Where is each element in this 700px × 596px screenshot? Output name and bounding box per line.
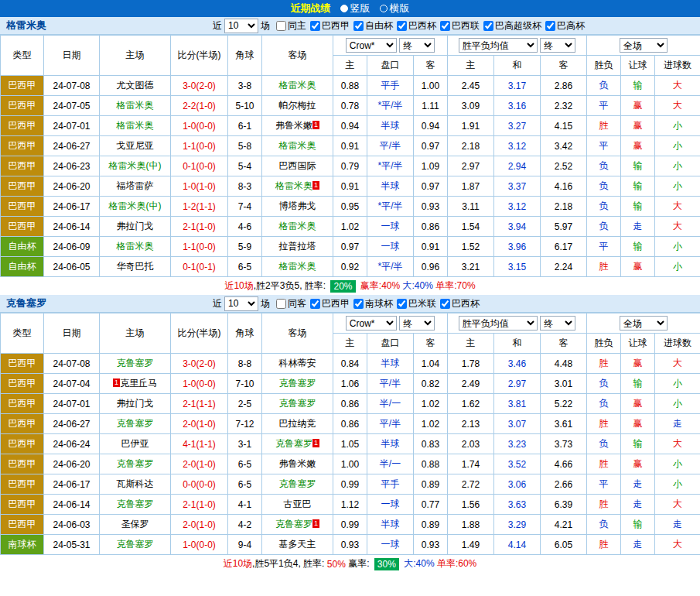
home-team-cell[interactable]: 格雷米奥(中) — [100, 197, 171, 217]
league-checkbox-input[interactable] — [353, 299, 364, 309]
score-cell[interactable]: 1-1(0-0) — [171, 237, 228, 257]
home-team-cell[interactable]: 格雷米奥 — [100, 237, 171, 257]
score-cell[interactable]: 2-1(1-0) — [171, 495, 228, 515]
score-cell[interactable]: 1-0(0-0) — [171, 535, 228, 555]
europe-avg-select[interactable]: 胜平负均值 — [459, 38, 538, 53]
team-link[interactable]: 弗鲁米嫩 — [279, 458, 316, 469]
league-checkbox-input[interactable] — [483, 21, 493, 31]
team-link[interactable]: 华奇巴托 — [117, 261, 154, 272]
away-team-cell[interactable]: 弗鲁米嫩1 — [262, 116, 333, 136]
team-link[interactable]: 格雷米奥 — [117, 100, 154, 111]
team-link[interactable]: 格雷米奥 — [279, 80, 316, 91]
away-team-cell[interactable]: 克鲁塞罗 — [262, 394, 333, 414]
team-link[interactable]: 格雷米奥(中) — [109, 200, 162, 211]
home-team-cell[interactable]: 弗拉门戈 — [100, 394, 171, 414]
away-team-cell[interactable]: 克鲁塞罗 — [262, 374, 333, 394]
team-link[interactable]: 克鲁塞罗 — [117, 498, 154, 509]
away-team-cell[interactable]: 博塔弗戈 — [262, 197, 333, 217]
team-link[interactable]: 帕尔梅拉 — [279, 100, 316, 111]
league-checkbox[interactable]: 南球杯 — [353, 297, 393, 310]
league-checkbox[interactable]: 自由杯 — [353, 19, 393, 33]
full-match-select[interactable]: 全场 — [620, 316, 668, 331]
home-team-cell[interactable]: 1克里丘马 — [100, 374, 171, 394]
team-link[interactable]: 克鲁塞罗 — [279, 398, 316, 409]
home-team-cell[interactable]: 格雷米奥 — [100, 96, 171, 116]
league-checkbox[interactable]: 巴西联 — [440, 19, 480, 33]
away-team-cell[interactable]: 基多天主 — [262, 535, 333, 555]
odds-company-select[interactable]: Crow* — [346, 316, 397, 331]
home-team-cell[interactable]: 克鲁塞罗 — [100, 495, 171, 515]
league-checkbox[interactable]: 巴米联 — [397, 297, 436, 310]
team-link[interactable]: 弗拉门戈 — [117, 221, 154, 231]
away-team-cell[interactable]: 巴西国际 — [262, 156, 333, 176]
same-venue-checkbox[interactable]: 同客 — [276, 297, 306, 310]
league-checkbox-input[interactable] — [397, 299, 407, 309]
odds-company-select[interactable]: Crow* — [346, 38, 397, 53]
home-team-cell[interactable]: 克鲁塞罗 — [100, 354, 171, 374]
team-link[interactable]: 格雷米奥 — [279, 261, 316, 272]
away-team-cell[interactable]: 格雷米奥 — [262, 136, 333, 156]
team-link[interactable]: 拉普拉塔 — [279, 241, 316, 252]
team-link[interactable]: 克鲁塞罗 — [275, 438, 312, 449]
away-team-cell[interactable]: 古亚巴 — [262, 495, 333, 515]
radio-horizontal-layout[interactable]: 横版 — [380, 2, 410, 15]
away-team-cell[interactable]: 克鲁塞罗1 — [262, 515, 333, 535]
league-checkbox-input[interactable] — [397, 21, 407, 31]
team-link[interactable]: 尤文图德 — [117, 80, 154, 91]
score-cell[interactable]: 1-0(0-0) — [171, 116, 228, 136]
league-checkbox[interactable]: 巴高杯 — [545, 19, 585, 33]
away-team-cell[interactable]: 巴拉纳竞 — [262, 414, 333, 434]
score-cell[interactable]: 1-2(1-1) — [171, 197, 228, 217]
team-link[interactable]: 科林蒂安 — [279, 358, 316, 368]
team-link[interactable]: 圣保罗 — [121, 519, 149, 529]
league-checkbox-input[interactable] — [440, 299, 450, 309]
team-link[interactable]: 弗拉门戈 — [117, 398, 154, 409]
team-link[interactable]: 古亚巴 — [284, 498, 312, 509]
team-link[interactable]: 克鲁塞罗 — [279, 378, 316, 389]
team-link[interactable]: 克鲁塞罗 — [275, 519, 312, 529]
home-team-cell[interactable]: 福塔雷萨 — [100, 176, 171, 197]
match-count-select[interactable]: 10 — [224, 19, 258, 33]
league-checkbox[interactable]: 巴西杯 — [397, 19, 436, 33]
team-link[interactable]: 巴拉纳竞 — [279, 418, 316, 429]
score-cell[interactable]: 1-1(0-0) — [171, 136, 228, 156]
home-team-cell[interactable]: 瓦斯科达 — [100, 474, 171, 495]
same-venue-checkbox[interactable]: 同主 — [276, 19, 306, 33]
team-link[interactable]: 格雷米奥(中) — [109, 160, 162, 171]
score-cell[interactable]: 1-0(1-0) — [171, 176, 228, 197]
team-link[interactable]: 克鲁塞罗 — [117, 358, 154, 368]
score-cell[interactable]: 0-1(0-1) — [171, 257, 228, 277]
league-checkbox[interactable]: 巴西甲 — [310, 19, 350, 33]
away-team-cell[interactable]: 科林蒂安 — [262, 354, 333, 374]
away-team-cell[interactable]: 拉普拉塔 — [262, 237, 333, 257]
home-team-cell[interactable]: 华奇巴托 — [100, 257, 171, 277]
away-team-cell[interactable]: 帕尔梅拉 — [262, 96, 333, 116]
home-team-cell[interactable]: 格雷米奥(中) — [100, 156, 171, 176]
team-link[interactable]: 格雷米奥 — [117, 120, 154, 131]
team-link[interactable]: 博塔弗戈 — [279, 200, 316, 211]
europe-avg-select[interactable]: 胜平负均值 — [459, 316, 538, 331]
away-team-cell[interactable]: 克鲁塞罗 — [262, 474, 333, 495]
team-link[interactable]: 克鲁塞罗 — [117, 418, 154, 429]
home-team-cell[interactable]: 格雷米奥 — [100, 116, 171, 136]
score-cell[interactable]: 2-1(1-1) — [171, 394, 228, 414]
league-checkbox-input[interactable] — [440, 21, 450, 31]
league-checkbox[interactable]: 巴高超级杯 — [483, 19, 541, 33]
score-cell[interactable]: 1-0(0-0) — [171, 374, 228, 394]
home-team-cell[interactable]: 巴伊亚 — [100, 434, 171, 454]
score-cell[interactable]: 3-0(2-0) — [171, 76, 228, 96]
same-venue-checkbox-input[interactable] — [276, 21, 286, 31]
score-cell[interactable]: 2-0(1-0) — [171, 454, 228, 474]
home-team-cell[interactable]: 戈亚尼亚 — [100, 136, 171, 156]
europe-final-select[interactable]: 终 — [540, 38, 575, 53]
full-match-select[interactable]: 全场 — [620, 38, 668, 53]
same-venue-checkbox-input[interactable] — [276, 299, 286, 309]
league-checkbox-input[interactable] — [353, 21, 364, 31]
home-team-cell[interactable]: 克鲁塞罗 — [100, 535, 171, 555]
home-team-cell[interactable]: 尤文图德 — [100, 76, 171, 96]
team-link[interactable]: 克里丘马 — [120, 378, 157, 389]
radio-vertical-layout[interactable]: 竖版 — [340, 2, 370, 15]
away-team-cell[interactable]: 克鲁塞罗1 — [262, 434, 333, 454]
team-link[interactable]: 格雷米奥 — [279, 140, 316, 151]
away-team-cell[interactable]: 格雷米奥 — [262, 217, 333, 237]
